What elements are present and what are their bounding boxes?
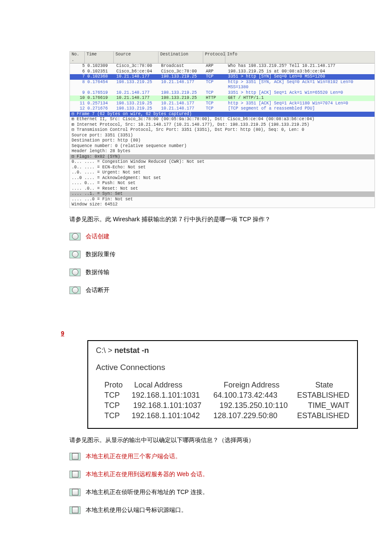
option-text: 数据传输 — [86, 269, 110, 276]
detail-fin: .... ...0 = Fin: Not set — [70, 197, 375, 202]
packet-row: 50.102309Cisco_3c:78:00BroadcastARPWho h… — [70, 64, 375, 69]
q8-option[interactable]: 会话断开 — [69, 286, 375, 294]
detail-seq: Sequence number: 0 (relative sequence nu… — [70, 144, 375, 149]
col-header-info: Info — [225, 52, 375, 63]
q8-option[interactable]: 会话创建 — [69, 233, 375, 240]
checkbox[interactable] — [69, 471, 81, 478]
cmd-prefix: C:\ > — [96, 346, 115, 355]
option-text: 本地主机正在使用到远程服务器的 Web 会话。 — [86, 471, 208, 478]
wireshark-screenshot: No. . Time Source Destination Protocol I… — [69, 51, 375, 208]
checkbox[interactable] — [69, 453, 81, 460]
detail-cwr: 0... .... = Congestion Window Reduced (C… — [70, 159, 375, 165]
detail-win: Window size: 64512 — [70, 202, 375, 208]
q8-option[interactable]: 数据段重传 — [69, 251, 375, 258]
col-header-dst: Destination — [159, 52, 203, 63]
q8-option[interactable]: 数据传输 — [69, 269, 375, 276]
radio-button[interactable] — [69, 233, 81, 240]
detail-psh: .... 0... = Push: Not set — [70, 181, 375, 186]
option-text: 数据段重传 — [86, 251, 115, 258]
ns-hdr-local: Local Address — [134, 380, 224, 390]
checkbox[interactable] — [69, 506, 81, 514]
radio-button[interactable] — [69, 251, 81, 258]
detail-syn: .... ..1. = Syn: Set — [70, 191, 375, 197]
q8-question-text: 请参见图示。此 Wireshark 捕获输出的第 7 行中执行的是哪一项 TCP… — [69, 216, 375, 223]
netstat-row: TCP192.168.1.101:1037192.135.250.10:110T… — [104, 400, 349, 410]
detail-ethernet: ⊞ Ethernet II, Src: Cisco_3c:78:00 (00:0… — [70, 117, 375, 122]
q9-question-text: 请参见图示。从显示的输出中可以确定以下哪两项信息？（选择两项） — [69, 436, 375, 444]
cmd-text: netstat -n — [115, 346, 149, 355]
packet-row: 70.10236810.21.148.177198.133.219.25TCP3… — [70, 74, 375, 80]
detail-rst: .... .0.. = Reset: Not set — [70, 186, 375, 192]
netstat-cmd-line: C:\ > netstat -n — [96, 346, 349, 355]
radio-button[interactable] — [69, 286, 81, 294]
detail-urg: ..0. .... = Urgent: Not set — [70, 170, 375, 176]
detail-ip: ⊞ Internet Protocol, Src: 10.21.148.177 … — [70, 122, 375, 128]
netstat-row: TCP192.168.1.101:1042128.107.229.50:80ES… — [104, 410, 349, 421]
option-text: 本地主机正在使用三个客户端会话。 — [86, 453, 181, 460]
detail-ecn: .0.. .... = ECN-Echo: Not set — [70, 165, 375, 171]
q9-number: 9 — [61, 330, 392, 337]
radio-button[interactable] — [69, 269, 81, 276]
packet-row: 120.271676198.133.219.2510.21.148.177TCP… — [70, 106, 375, 112]
option-text: 本地主机正在侦听使用公有地址的 TCP 连接。 — [86, 489, 208, 496]
detail-frame: ⊟ Frame 7 (62 bytes on wire, 62 bytes ca… — [70, 112, 375, 117]
col-header-proto: Protocol — [203, 52, 225, 63]
q9-option[interactable]: 本地主机正在侦听使用公有地址的 TCP 连接。 — [69, 489, 375, 496]
ns-hdr-state: State — [315, 380, 349, 390]
detail-tcp: ⊟ Transmission Control Protocol, Src Por… — [70, 127, 375, 133]
option-text: 本地主机使用公认端口号标识源端口。 — [86, 506, 187, 514]
col-header-time: Time — [85, 52, 114, 63]
col-header-no: No. . — [70, 52, 85, 63]
col-header-src: Source — [114, 52, 159, 63]
detail-ack: ...0 .... = Acknowledgment: Not set — [70, 176, 375, 181]
q9-option[interactable]: 本地主机正在使用到远程服务器的 Web 会话。 — [69, 471, 375, 478]
detail-dport: Destination port: http (80) — [70, 138, 375, 144]
netstat-subtitle: Active Connections — [96, 363, 349, 372]
option-text: 会话断开 — [86, 286, 110, 294]
wireshark-header: No. . Time Source Destination Protocol I… — [70, 52, 375, 64]
detail-hlen: Header length: 28 bytes — [70, 149, 375, 154]
packet-row: 80.176454198.133.219.2510.21.148.177TCPh… — [70, 80, 375, 90]
q9-option[interactable]: 本地主机使用公认端口号标识源端口。 — [69, 506, 375, 514]
netstat-screenshot: C:\ > netstat -n Active Connections Prot… — [87, 340, 358, 429]
netstat-row: TCP192.168.1.101:103164.100.173.42:443ES… — [104, 390, 349, 400]
detail-flags: ⊟ Flags: 0x02 (SYN) — [70, 154, 375, 160]
q9-option[interactable]: 本地主机正在使用三个客户端会话。 — [69, 453, 375, 460]
packet-row: 90.17651910.21.148.177198.133.219.25TCP3… — [70, 90, 375, 96]
checkbox[interactable] — [69, 489, 81, 496]
netstat-header-row: Proto Local Address Foreign Address Stat… — [104, 380, 349, 390]
ns-hdr-proto: Proto — [104, 380, 134, 390]
ns-hdr-foreign: Foreign Address — [224, 380, 315, 390]
packet-row: 100.17661910.21.148.177198.133.219.25HTT… — [70, 95, 375, 101]
packet-row: 60.102351Cisco_b6:ce:04Cisco_3c:78:00ARP… — [70, 69, 375, 75]
option-text: 会话创建 — [86, 233, 110, 240]
detail-sport: Source port: 3351 (3351) — [70, 133, 375, 139]
packet-row: 110.257134198.133.219.2510.21.148.177TCP… — [70, 101, 375, 107]
wireshark-detail-pane: ⊟ Frame 7 (62 bytes on wire, 62 bytes ca… — [70, 112, 375, 208]
